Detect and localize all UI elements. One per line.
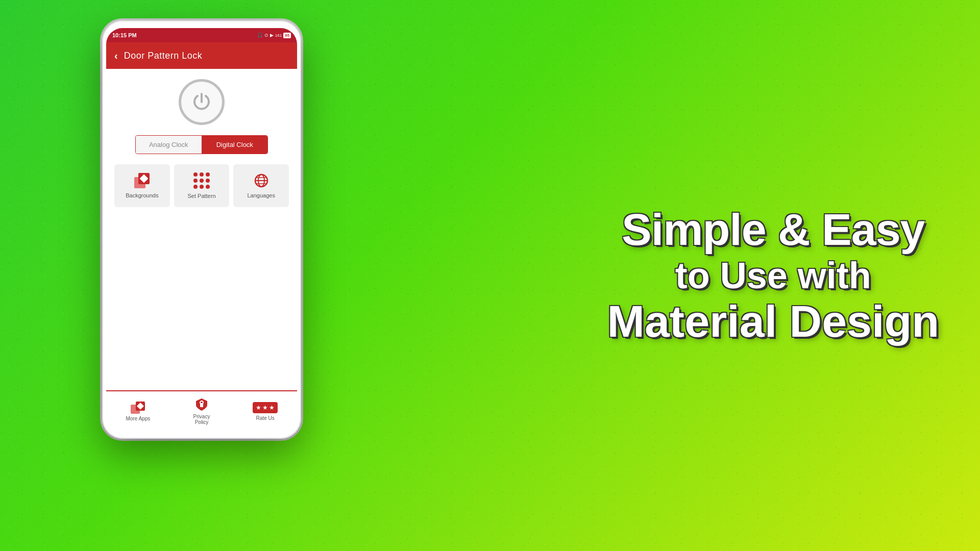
- power-button[interactable]: [179, 79, 225, 125]
- phone-wrapper: 10:15 PM 🎧 ⊙ ▶ 161 95 ‹ Door Pattern Loc…: [82, 10, 347, 510]
- rate-us-nav-item[interactable]: ★ ★ ★ Rate Us: [233, 398, 297, 425]
- more-apps-nav-item[interactable]: More Apps: [106, 397, 170, 425]
- digital-clock-btn[interactable]: Digital Clock: [202, 136, 268, 154]
- app-bar: ‹ Door Pattern Lock: [106, 42, 297, 69]
- rate-us-label: Rate Us: [256, 415, 275, 421]
- battery-icon: 95: [283, 33, 291, 38]
- more-apps-label: More Apps: [126, 416, 150, 421]
- more-apps-icon: [131, 402, 145, 414]
- app-title: Door Pattern Lock: [124, 51, 203, 61]
- signal-icon: ▶: [270, 33, 274, 38]
- headphone-icon: 🎧: [257, 33, 263, 38]
- promo-line1: Simple & Easy: [607, 205, 939, 255]
- backgrounds-icon: [134, 173, 150, 188]
- rate-us-icon: ★ ★ ★: [253, 402, 278, 413]
- status-bar: 10:15 PM 🎧 ⊙ ▶ 161 95: [106, 28, 297, 42]
- menu-grid: Backgrounds Set Pattern: [112, 164, 291, 207]
- backgrounds-label: Backgrounds: [126, 192, 158, 198]
- power-icon: [189, 90, 214, 114]
- screen-body: Analog Clock Digital Clock: [106, 69, 297, 235]
- promo-line2: to Use with: [607, 255, 939, 297]
- promo-text-block: Simple & Easy to Use with Material Desig…: [607, 205, 939, 346]
- languages-menu-item[interactable]: Languages: [233, 164, 289, 207]
- pattern-icon: [193, 172, 210, 189]
- promo-line3: Material Design: [607, 296, 939, 346]
- status-icons: 🎧 ⊙ ▶ 161 95: [257, 33, 291, 38]
- phone-screen: 10:15 PM 🎧 ⊙ ▶ 161 95 ‹ Door Pattern Loc…: [106, 28, 297, 431]
- signal-bars: 161: [275, 33, 282, 38]
- bottom-nav: More Apps PrivacyPolicy: [106, 390, 297, 431]
- backgrounds-menu-item[interactable]: Backgrounds: [114, 164, 170, 207]
- privacy-policy-label: PrivacyPolicy: [193, 414, 210, 425]
- privacy-policy-nav-item[interactable]: PrivacyPolicy: [170, 393, 234, 429]
- analog-clock-btn[interactable]: Analog Clock: [136, 136, 202, 154]
- languages-label: Languages: [247, 192, 275, 198]
- content-spacer: [106, 235, 297, 390]
- globe-icon: [254, 173, 269, 188]
- scene: 10:15 PM 🎧 ⊙ ▶ 161 95 ‹ Door Pattern Loc…: [0, 0, 980, 551]
- clock-toggle[interactable]: Analog Clock Digital Clock: [135, 135, 268, 154]
- phone-body: 10:15 PM 🎧 ⊙ ▶ 161 95 ‹ Door Pattern Loc…: [102, 20, 301, 439]
- wifi-icon: ⊙: [264, 33, 268, 38]
- set-pattern-label: Set Pattern: [187, 193, 215, 199]
- status-time: 10:15 PM: [112, 32, 137, 38]
- set-pattern-menu-item[interactable]: Set Pattern: [174, 164, 230, 207]
- privacy-icon: [195, 397, 208, 412]
- back-arrow-icon[interactable]: ‹: [114, 50, 118, 62]
